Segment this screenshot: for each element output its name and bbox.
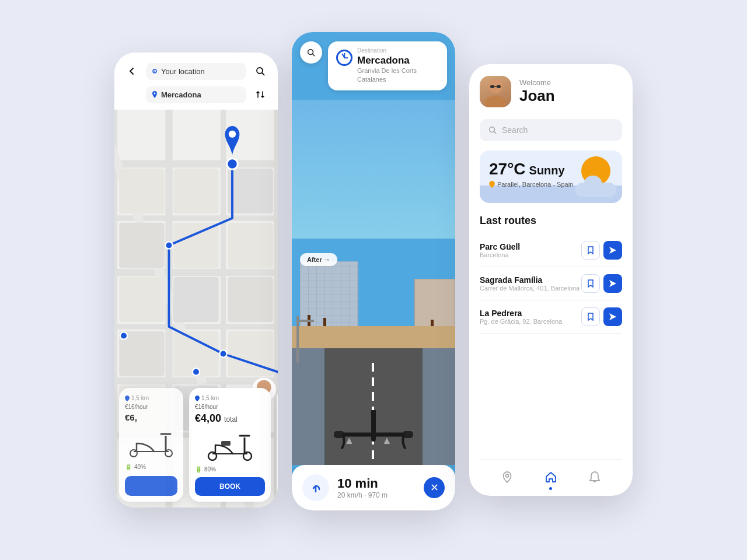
card-distance: 1,5 km <box>125 395 177 401</box>
destination-text: Mercadona <box>161 90 201 99</box>
navigate-button-1[interactable] <box>603 241 622 260</box>
location-pin-icon <box>489 181 495 188</box>
map-search-button[interactable] <box>251 62 270 80</box>
svg-point-32 <box>219 350 226 357</box>
svg-point-3 <box>154 93 156 94</box>
svg-rect-67 <box>490 85 494 88</box>
nav-home[interactable] <box>542 468 560 487</box>
ar-time-info: 10 min 20 km/h · 970 m <box>337 476 416 499</box>
ar-top: Destination Mercadona Granvia De les Cor… <box>292 32 455 100</box>
svg-point-36 <box>193 368 200 375</box>
route-name-3: La Pedrera <box>480 309 581 318</box>
route-info-3: La Pedrera Pg. de Gràcia, 92, Barcelona <box>480 309 581 325</box>
phone-map: Your location Mercadona <box>114 52 278 508</box>
welcome-text: Welcome <box>519 78 555 87</box>
navigate-button-2[interactable] <box>603 274 622 293</box>
svg-point-31 <box>165 242 172 249</box>
ar-dest-info: Destination Mercadona Granvia De les Cor… <box>357 47 417 85</box>
svg-point-1 <box>154 71 155 72</box>
back-button[interactable] <box>123 62 141 80</box>
weather-condition: Sunny <box>529 164 565 177</box>
avatar-image <box>480 76 511 107</box>
bookmark-button-3[interactable] <box>581 307 600 326</box>
card-rate-main: €16/hour <box>195 404 265 410</box>
routes-list: Parc Güell Barcelona Sagrada Família Car… <box>480 234 622 334</box>
card-price-main: €4,00 total <box>195 412 265 425</box>
route-actions-3 <box>581 307 622 326</box>
route-name-2: Sagrada Família <box>480 275 581 285</box>
svg-point-45 <box>130 450 137 457</box>
svg-rect-16 <box>119 169 165 214</box>
route-item-2: Sagrada Família Carrer de Mallorca, 401,… <box>480 267 622 300</box>
map-area: 1,5 km €16/hour €6, 🔋 <box>114 110 278 508</box>
nav-notifications[interactable] <box>585 468 604 487</box>
scooter-card-left: 1,5 km €16/hour €6, 🔋 <box>119 388 183 502</box>
search-bar[interactable]: Search <box>480 119 622 141</box>
location-input[interactable]: Your location <box>146 63 246 80</box>
route-addr-2: Carrer de Mallorca, 401, Barcelona <box>480 285 581 292</box>
map-dest-row: Mercadona <box>146 85 270 104</box>
ar-timer-icon <box>336 50 352 66</box>
svg-rect-17 <box>173 169 219 214</box>
svg-point-30 <box>227 159 238 170</box>
scooter-card-main: 1,5 km €16/hour €4,00 total <box>189 388 271 502</box>
route-actions-1 <box>581 241 622 260</box>
navigate-button-3[interactable] <box>603 307 622 326</box>
weather-card: 27°C Sunny Parallel, Barcelona - Spain <box>480 150 622 203</box>
scooter-cards: 1,5 km €16/hour €6, 🔋 <box>114 382 278 508</box>
scooter-image-main <box>195 429 265 461</box>
card-price: €6, <box>125 412 177 422</box>
bookmark-button-2[interactable] <box>581 274 600 293</box>
route-item-1: Parc Güell Barcelona <box>480 234 622 267</box>
svg-point-71 <box>506 474 509 477</box>
ar-dest-name: Mercadona <box>357 55 417 66</box>
card-rate: €16/hour <box>125 404 177 410</box>
ar-dest-icon-row: Destination Mercadona Granvia De les Cor… <box>336 47 439 85</box>
route-item-3: La Pedrera Pg. de Gràcia, 92, Barcelona <box>480 300 622 334</box>
svg-rect-21 <box>228 223 273 268</box>
route-actions-2 <box>581 274 622 293</box>
ar-street-view: ▲ ▲ After → <box>292 100 455 465</box>
svg-point-33 <box>229 131 236 138</box>
destination-input[interactable]: Mercadona <box>146 86 246 103</box>
svg-point-46 <box>165 450 172 457</box>
ar-bottom-card: 10 min 20 km/h · 970 m ✕ <box>292 465 455 510</box>
ar-details: 20 km/h · 970 m <box>337 491 416 499</box>
svg-rect-27 <box>228 331 273 377</box>
greeting: Welcome Joan <box>519 78 555 105</box>
phone-ar: Destination Mercadona Granvia De les Cor… <box>292 32 455 510</box>
route-addr-1: Barcelona <box>480 251 581 258</box>
svg-rect-68 <box>497 85 501 88</box>
ar-time: 10 min <box>337 476 416 491</box>
book-partial <box>125 476 177 496</box>
map-header: Your location Mercadona <box>114 52 278 110</box>
avatar <box>480 76 511 107</box>
battery-row-main: 🔋 80% <box>195 466 265 473</box>
search-icon <box>488 125 497 135</box>
book-button[interactable]: BOOK <box>195 477 265 496</box>
turn-icon <box>302 474 329 501</box>
profile-header: Welcome Joan <box>480 76 622 107</box>
card-distance-main: 1,5 km <box>195 395 265 401</box>
weather-temp: 27°C <box>489 160 526 178</box>
route-addr-3: Pg. de Gràcia, 92, Barcelona <box>480 318 581 325</box>
scooter-image <box>125 427 177 459</box>
bookmark-button-1[interactable] <box>581 241 600 260</box>
svg-rect-53 <box>221 441 231 446</box>
ar-search-button[interactable] <box>300 41 322 64</box>
after-button[interactable]: After → <box>300 253 337 266</box>
swap-button[interactable] <box>251 85 270 104</box>
close-button[interactable]: ✕ <box>424 477 445 498</box>
svg-rect-20 <box>173 223 219 268</box>
svg-rect-24 <box>228 277 273 323</box>
svg-point-66 <box>485 96 506 107</box>
nav-location[interactable] <box>498 468 516 487</box>
svg-point-34 <box>120 332 127 339</box>
location-text: Your location <box>161 67 205 76</box>
svg-rect-18 <box>228 169 273 214</box>
scooter-card-right: 1,7 km €16/hou... €6, ⚡ <box>277 388 278 502</box>
route-name-1: Parc Güell <box>480 242 581 251</box>
route-info-1: Parc Güell Barcelona <box>480 242 581 258</box>
ar-dest-addr: Granvia De les Corts Catalanes <box>357 66 417 85</box>
bottom-nav <box>480 459 622 496</box>
